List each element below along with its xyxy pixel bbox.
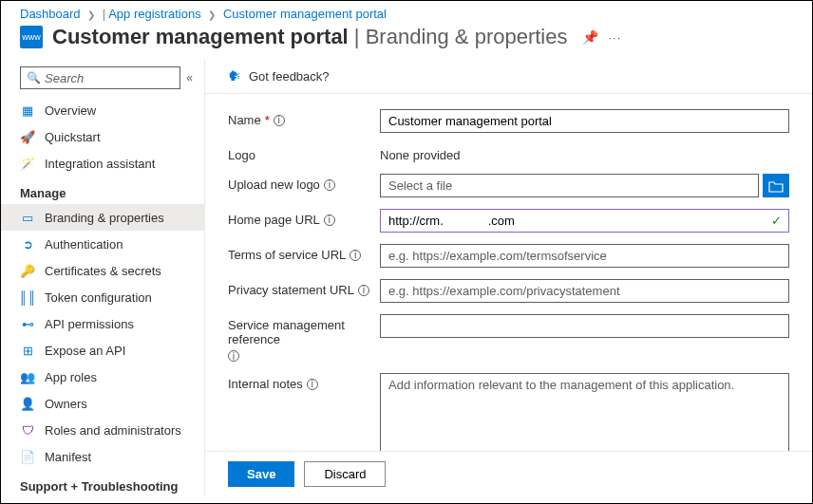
chevron-right-icon: ❯ xyxy=(208,9,216,20)
homepage-input[interactable] xyxy=(380,209,789,233)
privacy-input[interactable] xyxy=(380,279,789,303)
privacy-label: Privacy statement URL xyxy=(228,283,354,297)
info-icon[interactable]: i xyxy=(358,285,369,296)
roles-icon: 👥 xyxy=(20,369,35,384)
app-icon: www xyxy=(20,26,43,48)
breadcrumb: Dashboard ❯ | App registrations ❯ Custom… xyxy=(1,1,812,25)
info-icon[interactable]: i xyxy=(324,215,335,226)
tos-label: Terms of service URL xyxy=(228,248,346,262)
service-ref-input[interactable] xyxy=(380,314,789,338)
manifest-icon: 📄 xyxy=(20,449,35,464)
info-icon[interactable]: i xyxy=(307,379,318,390)
key-icon: 🔑 xyxy=(20,263,35,278)
wand-icon: 🪄 xyxy=(20,156,35,171)
check-icon: ✓ xyxy=(771,214,782,228)
collapse-sidebar-icon[interactable]: « xyxy=(186,71,193,84)
info-icon[interactable]: i xyxy=(228,350,239,362)
discard-button[interactable]: Discard xyxy=(304,461,386,487)
overview-icon: ▦ xyxy=(20,103,35,118)
breadcrumb-dashboard[interactable]: Dashboard xyxy=(20,7,81,21)
sidebar-section-manage: Manage xyxy=(1,177,204,204)
sidebar-item-branding[interactable]: ▭ Branding & properties xyxy=(1,204,204,231)
tos-input[interactable] xyxy=(380,244,789,268)
homepage-label: Home page URL xyxy=(228,213,320,227)
page-header: www Customer management portal | Brandin… xyxy=(1,25,812,59)
sidebar-item-token[interactable]: ║║ Token configuration xyxy=(1,284,204,310)
footer: Save Discard xyxy=(205,451,812,496)
sidebar-item-quickstart[interactable]: 🚀 Quickstart xyxy=(1,123,204,150)
browse-button[interactable] xyxy=(763,174,789,197)
sidebar-item-integration[interactable]: 🪄 Integration assistant xyxy=(1,150,204,177)
page-title: Customer management portal | Branding & … xyxy=(52,25,567,49)
save-button[interactable]: Save xyxy=(228,461,294,487)
notes-textarea[interactable] xyxy=(380,373,789,451)
sidebar-item-certificates[interactable]: 🔑 Certificates & secrets xyxy=(1,257,204,284)
logo-label: Logo xyxy=(228,148,255,162)
sidebar-item-authentication[interactable]: ➲ Authentication xyxy=(1,231,204,257)
logo-value: None provided xyxy=(380,144,789,162)
feedback-icon: 🗣 xyxy=(228,68,241,84)
info-icon[interactable]: i xyxy=(324,179,335,191)
service-ref-label: Service management reference xyxy=(228,318,380,346)
breadcrumb-current[interactable]: Customer management portal xyxy=(223,7,387,21)
sidebar-item-api-permissions[interactable]: ⊷ API permissions xyxy=(1,310,204,337)
info-icon[interactable]: i xyxy=(350,250,361,261)
main-panel: 🗣 Got feedback? Name * i Logo None provi… xyxy=(205,59,812,496)
pin-icon[interactable]: 📌 xyxy=(582,29,598,45)
rocket-icon: 🚀 xyxy=(20,129,35,144)
sidebar-item-roles-admins[interactable]: 🛡 Roles and administrators xyxy=(1,417,204,443)
more-icon[interactable]: ··· xyxy=(608,30,621,45)
upload-label: Upload new logo xyxy=(228,177,320,192)
info-icon[interactable]: i xyxy=(274,115,285,126)
sidebar-item-manifest[interactable]: 📄 Manifest xyxy=(1,443,204,470)
sidebar-section-support: Support + Troubleshooting xyxy=(1,470,204,496)
name-input[interactable] xyxy=(380,109,789,133)
sidebar: 🔍 « ▦ Overview 🚀 Quickstart 🪄 Integratio… xyxy=(1,59,205,496)
breadcrumb-app-registrations[interactable]: App registrations xyxy=(108,7,201,21)
owners-icon: 👤 xyxy=(20,396,35,411)
sidebar-item-overview[interactable]: ▦ Overview xyxy=(1,97,204,123)
admins-icon: 🛡 xyxy=(20,422,35,438)
token-icon: ║║ xyxy=(20,289,35,305)
sidebar-item-expose-api[interactable]: ⊞ Expose an API xyxy=(1,337,204,364)
sidebar-item-owners[interactable]: 👤 Owners xyxy=(1,390,204,417)
feedback-bar[interactable]: 🗣 Got feedback? xyxy=(205,59,812,94)
expose-icon: ⊞ xyxy=(20,343,35,358)
search-icon: 🔍 xyxy=(27,71,41,84)
api-icon: ⊷ xyxy=(20,316,35,331)
branding-icon: ▭ xyxy=(20,210,35,225)
auth-icon: ➲ xyxy=(20,236,35,252)
search-input[interactable]: 🔍 xyxy=(20,66,180,89)
sidebar-item-app-roles[interactable]: 👥 App roles xyxy=(1,364,204,390)
notes-label: Internal notes xyxy=(228,377,303,391)
name-label: Name xyxy=(228,113,261,127)
chevron-right-icon: ❯ xyxy=(87,9,95,20)
file-input[interactable] xyxy=(380,174,759,197)
